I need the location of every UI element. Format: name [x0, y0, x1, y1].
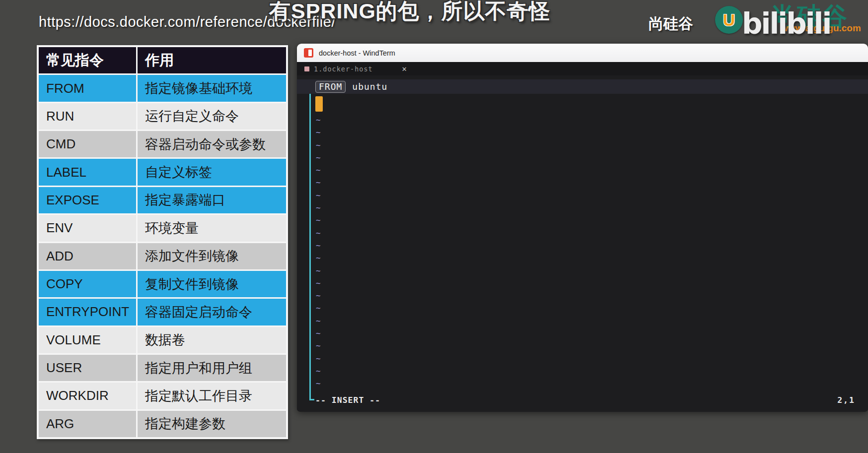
- cmd-cell: CMD: [39, 131, 136, 157]
- table-row: RUN 运行自定义命令: [39, 103, 286, 129]
- tilde-row: ~: [316, 153, 321, 165]
- desc-cell: 容器启动命令或参数: [138, 131, 286, 157]
- screen: https://docs.docker.com/reference/docker…: [0, 0, 868, 453]
- tilde-row: ~: [316, 215, 321, 228]
- header-cell-command: 常见指令: [39, 47, 136, 73]
- docker-commands-table: 常见指令 作用 FROM 指定镜像基础环境 RUN 运行自定义命令 CMD 容器…: [37, 45, 288, 439]
- desc-cell: 自定义标签: [138, 159, 286, 185]
- table-row: COPY 复制文件到镜像: [39, 271, 286, 297]
- table-row: ENV 环境变量: [39, 215, 286, 241]
- tilde-row: ~: [316, 341, 321, 353]
- text-cursor: [315, 96, 323, 112]
- tilde-row: ~: [316, 115, 321, 128]
- editor-line-1: FROM ubuntu: [297, 79, 868, 94]
- desc-cell: 指定构建参数: [138, 411, 286, 437]
- table-row: CMD 容器启动命令或参数: [39, 131, 286, 157]
- tab-close-icon[interactable]: ✕: [402, 65, 407, 73]
- tilde-row: ~: [316, 178, 321, 190]
- cmd-cell: USER: [39, 355, 136, 381]
- table-header-row: 常见指令 作用: [39, 47, 286, 73]
- cmd-cell: ARG: [39, 411, 136, 437]
- cmd-cell: ADD: [39, 243, 136, 269]
- window-titlebar[interactable]: docker-host - WindTerm: [297, 44, 868, 63]
- table-row: VOLUME 数据卷: [39, 327, 286, 353]
- cmd-cell: VOLUME: [39, 327, 136, 353]
- cmd-cell: WORKDIR: [39, 383, 136, 409]
- table-row: ARG 指定构建参数: [39, 411, 286, 437]
- brand-name: 尚硅谷: [649, 14, 693, 34]
- vim-mode-status: -- INSERT --: [315, 395, 380, 405]
- tilde-row: ~: [316, 303, 321, 316]
- desc-cell: 指定用户和用户组: [138, 355, 286, 381]
- atguigu-logo-icon: U: [715, 6, 743, 34]
- table-row: EXPOSE 指定暴露端口: [39, 187, 286, 213]
- table-row: WORKDIR 指定默认工作目录: [39, 383, 286, 409]
- tilde-row: ~: [316, 354, 321, 366]
- tilde-row: ~: [316, 379, 321, 391]
- table-row: USER 指定用户和用户组: [39, 355, 286, 381]
- tilde-row: ~: [316, 241, 321, 253]
- table-row: ENTRYPOINT 容器固定启动命令: [39, 299, 286, 325]
- tilde-row: ~: [316, 291, 321, 303]
- desc-cell: 指定镜像基础环境: [138, 75, 286, 101]
- tab-docker-host[interactable]: 1.docker-host ✕: [304, 65, 407, 73]
- tilde-row: ~: [316, 328, 321, 341]
- table-row: ADD 添加文件到镜像: [39, 243, 286, 269]
- table-row: FROM 指定镜像基础环境: [39, 75, 286, 101]
- tilde-row: ~: [316, 191, 321, 203]
- tab-status-icon: [304, 66, 309, 71]
- desc-cell: 数据卷: [138, 327, 286, 353]
- tilde-row: ~: [316, 165, 321, 178]
- desc-cell: 指定暴露端口: [138, 187, 286, 213]
- cursor-position: 2,1: [837, 395, 855, 405]
- window-title: docker-host - WindTerm: [319, 49, 395, 57]
- tilde-row: ~: [316, 266, 321, 278]
- windterm-app-icon: [304, 48, 313, 58]
- tilde-column: ~~~~~~~~~~~~~~~~~~~~~~: [316, 115, 321, 391]
- tilde-row: ~: [316, 278, 321, 291]
- video-title-overlay: 有SPRING的包，所以不奇怪: [269, 0, 551, 26]
- editor-area[interactable]: FROM ubuntu ~~~~~~~~~~~~~~~~~~~~~~ -- IN…: [297, 75, 868, 411]
- indent-guide-line: [309, 80, 314, 400]
- table-row: LABEL 自定义标签: [39, 159, 286, 185]
- atguigu-logo-letter: U: [723, 10, 735, 30]
- tilde-row: ~: [316, 128, 321, 140]
- cmd-cell: FROM: [39, 75, 136, 101]
- keyword-from: FROM: [315, 81, 346, 93]
- cmd-cell: EXPOSE: [39, 187, 136, 213]
- header-cell-purpose: 作用: [138, 47, 286, 73]
- argument-ubuntu: ubuntu: [352, 81, 387, 92]
- desc-cell: 指定默认工作目录: [138, 383, 286, 409]
- tab-bar: 1.docker-host ✕: [297, 63, 868, 75]
- cmd-cell: LABEL: [39, 159, 136, 185]
- cmd-cell: RUN: [39, 103, 136, 129]
- tilde-row: ~: [316, 203, 321, 215]
- tilde-row: ~: [316, 253, 321, 265]
- tilde-row: ~: [316, 228, 321, 241]
- cmd-cell: ENTRYPOINT: [39, 299, 136, 325]
- tilde-row: ~: [316, 140, 321, 153]
- desc-cell: 添加文件到镜像: [138, 243, 286, 269]
- desc-cell: 环境变量: [138, 215, 286, 241]
- desc-cell: 运行自定义命令: [138, 103, 286, 129]
- tab-label: 1.docker-host: [314, 65, 373, 73]
- cmd-cell: COPY: [39, 271, 136, 297]
- tilde-row: ~: [316, 366, 321, 379]
- bilibili-logo: bilibili: [742, 6, 830, 41]
- desc-cell: 容器固定启动命令: [138, 299, 286, 325]
- terminal-window: docker-host - WindTerm 1.docker-host ✕ F…: [297, 44, 868, 412]
- desc-cell: 复制文件到镜像: [138, 271, 286, 297]
- cmd-cell: ENV: [39, 215, 136, 241]
- tilde-row: ~: [316, 316, 321, 328]
